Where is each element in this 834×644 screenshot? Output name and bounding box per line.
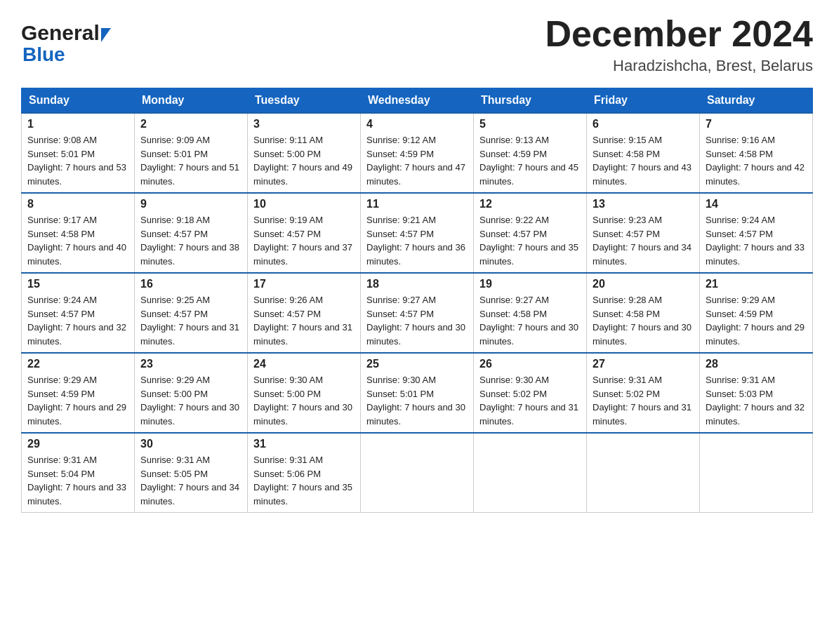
- day-info: Sunrise: 9:13 AMSunset: 4:59 PMDaylight:…: [479, 135, 578, 187]
- day-info: Sunrise: 9:25 AMSunset: 4:57 PMDaylight:…: [140, 295, 239, 347]
- day-number: 28: [706, 358, 807, 370]
- calendar-cell: 15 Sunrise: 9:24 AMSunset: 4:57 PMDaylig…: [22, 273, 135, 353]
- calendar-cell: 23 Sunrise: 9:29 AMSunset: 5:00 PMDaylig…: [135, 353, 248, 433]
- day-info: Sunrise: 9:11 AMSunset: 5:00 PMDaylight:…: [253, 135, 352, 187]
- day-number: 30: [140, 438, 241, 450]
- day-info: Sunrise: 9:29 AMSunset: 4:59 PMDaylight:…: [706, 295, 805, 347]
- day-info: Sunrise: 9:31 AMSunset: 5:03 PMDaylight:…: [706, 375, 805, 427]
- day-number: 25: [366, 358, 468, 370]
- day-info: Sunrise: 9:30 AMSunset: 5:02 PMDaylight:…: [479, 375, 578, 427]
- calendar-cell: 19 Sunrise: 9:27 AMSunset: 4:58 PMDaylig…: [474, 273, 587, 353]
- calendar-cell: 9 Sunrise: 9:18 AMSunset: 4:57 PMDayligh…: [135, 193, 248, 273]
- day-number: 20: [593, 278, 694, 290]
- day-info: Sunrise: 9:27 AMSunset: 4:58 PMDaylight:…: [479, 295, 578, 347]
- day-number: 2: [140, 118, 241, 130]
- day-info: Sunrise: 9:30 AMSunset: 5:00 PMDaylight:…: [253, 375, 352, 427]
- day-header-wednesday: Wednesday: [361, 88, 474, 114]
- day-number: 1: [27, 118, 128, 130]
- page-header: General Blue December 2024 Haradzishcha,…: [21, 14, 813, 75]
- day-info: Sunrise: 9:08 AMSunset: 5:01 PMDaylight:…: [27, 135, 126, 187]
- day-number: 24: [253, 358, 355, 370]
- calendar-cell: 25 Sunrise: 9:30 AMSunset: 5:01 PMDaylig…: [361, 353, 474, 433]
- day-number: 14: [706, 198, 807, 210]
- day-number: 12: [479, 198, 581, 210]
- calendar-cell: 18 Sunrise: 9:27 AMSunset: 4:57 PMDaylig…: [361, 273, 474, 353]
- calendar-cell: 8 Sunrise: 9:17 AMSunset: 4:58 PMDayligh…: [22, 193, 135, 273]
- calendar-cell: 14 Sunrise: 9:24 AMSunset: 4:57 PMDaylig…: [700, 193, 813, 273]
- day-header-thursday: Thursday: [474, 88, 587, 114]
- calendar-cell: 27 Sunrise: 9:31 AMSunset: 5:02 PMDaylig…: [587, 353, 700, 433]
- day-info: Sunrise: 9:24 AMSunset: 4:57 PMDaylight:…: [27, 295, 126, 347]
- calendar-cell: [587, 433, 700, 513]
- day-number: 26: [479, 358, 581, 370]
- month-title: December 2024: [545, 14, 813, 54]
- day-number: 8: [27, 198, 128, 210]
- calendar-cell: 4 Sunrise: 9:12 AMSunset: 4:59 PMDayligh…: [361, 113, 474, 193]
- day-info: Sunrise: 9:31 AMSunset: 5:02 PMDaylight:…: [593, 375, 691, 427]
- day-info: Sunrise: 9:23 AMSunset: 4:57 PMDaylight:…: [593, 215, 691, 267]
- day-header-saturday: Saturday: [700, 88, 813, 114]
- day-number: 11: [366, 198, 468, 210]
- calendar-cell: 6 Sunrise: 9:15 AMSunset: 4:58 PMDayligh…: [587, 113, 700, 193]
- day-info: Sunrise: 9:27 AMSunset: 4:57 PMDaylight:…: [366, 295, 465, 347]
- calendar-cell: 10 Sunrise: 9:19 AMSunset: 4:57 PMDaylig…: [248, 193, 361, 273]
- calendar-cell: 7 Sunrise: 9:16 AMSunset: 4:58 PMDayligh…: [700, 113, 813, 193]
- day-info: Sunrise: 9:19 AMSunset: 4:57 PMDaylight:…: [253, 215, 352, 267]
- week-row-3: 15 Sunrise: 9:24 AMSunset: 4:57 PMDaylig…: [22, 273, 813, 353]
- calendar-cell: 2 Sunrise: 9:09 AMSunset: 5:01 PMDayligh…: [135, 113, 248, 193]
- day-number: 16: [140, 278, 241, 290]
- day-info: Sunrise: 9:24 AMSunset: 4:57 PMDaylight:…: [706, 215, 805, 267]
- calendar-cell: [700, 433, 813, 513]
- day-info: Sunrise: 9:18 AMSunset: 4:57 PMDaylight:…: [140, 215, 239, 267]
- day-info: Sunrise: 9:31 AMSunset: 5:06 PMDaylight:…: [253, 455, 352, 507]
- week-row-5: 29 Sunrise: 9:31 AMSunset: 5:04 PMDaylig…: [22, 433, 813, 513]
- calendar-cell: 17 Sunrise: 9:26 AMSunset: 4:57 PMDaylig…: [248, 273, 361, 353]
- day-header-row: SundayMondayTuesdayWednesdayThursdayFrid…: [22, 88, 813, 114]
- calendar-cell: 12 Sunrise: 9:22 AMSunset: 4:57 PMDaylig…: [474, 193, 587, 273]
- day-info: Sunrise: 9:29 AMSunset: 5:00 PMDaylight:…: [140, 375, 239, 427]
- week-row-2: 8 Sunrise: 9:17 AMSunset: 4:58 PMDayligh…: [22, 193, 813, 273]
- calendar-cell: 29 Sunrise: 9:31 AMSunset: 5:04 PMDaylig…: [22, 433, 135, 513]
- day-number: 10: [253, 198, 355, 210]
- day-number: 19: [479, 278, 581, 290]
- calendar-cell: 31 Sunrise: 9:31 AMSunset: 5:06 PMDaylig…: [248, 433, 361, 513]
- day-info: Sunrise: 9:26 AMSunset: 4:57 PMDaylight:…: [253, 295, 352, 347]
- day-number: 4: [366, 118, 468, 130]
- calendar-table: SundayMondayTuesdayWednesdayThursdayFrid…: [21, 88, 813, 513]
- day-header-monday: Monday: [135, 88, 248, 114]
- week-row-1: 1 Sunrise: 9:08 AMSunset: 5:01 PMDayligh…: [22, 113, 813, 193]
- day-info: Sunrise: 9:30 AMSunset: 5:01 PMDaylight:…: [366, 375, 465, 427]
- day-info: Sunrise: 9:17 AMSunset: 4:58 PMDaylight:…: [27, 215, 126, 267]
- calendar-cell: 20 Sunrise: 9:28 AMSunset: 4:58 PMDaylig…: [587, 273, 700, 353]
- day-header-sunday: Sunday: [22, 88, 135, 114]
- calendar-cell: 28 Sunrise: 9:31 AMSunset: 5:03 PMDaylig…: [700, 353, 813, 433]
- day-number: 17: [253, 278, 355, 290]
- calendar-cell: 11 Sunrise: 9:21 AMSunset: 4:57 PMDaylig…: [361, 193, 474, 273]
- location-title: Haradzishcha, Brest, Belarus: [545, 57, 813, 75]
- day-info: Sunrise: 9:22 AMSunset: 4:57 PMDaylight:…: [479, 215, 578, 267]
- logo-triangle-icon: [101, 28, 111, 42]
- week-row-4: 22 Sunrise: 9:29 AMSunset: 4:59 PMDaylig…: [22, 353, 813, 433]
- day-info: Sunrise: 9:09 AMSunset: 5:01 PMDaylight:…: [140, 135, 239, 187]
- day-number: 21: [706, 278, 807, 290]
- calendar-cell: 16 Sunrise: 9:25 AMSunset: 4:57 PMDaylig…: [135, 273, 248, 353]
- day-number: 6: [593, 118, 694, 130]
- calendar-cell: 1 Sunrise: 9:08 AMSunset: 5:01 PMDayligh…: [22, 113, 135, 193]
- day-info: Sunrise: 9:15 AMSunset: 4:58 PMDaylight:…: [593, 135, 691, 187]
- calendar-cell: [474, 433, 587, 513]
- day-info: Sunrise: 9:21 AMSunset: 4:57 PMDaylight:…: [366, 215, 465, 267]
- calendar-cell: 22 Sunrise: 9:29 AMSunset: 4:59 PMDaylig…: [22, 353, 135, 433]
- day-info: Sunrise: 9:31 AMSunset: 5:04 PMDaylight:…: [27, 455, 126, 507]
- day-header-friday: Friday: [587, 88, 700, 114]
- title-area: December 2024 Haradzishcha, Brest, Belar…: [545, 14, 813, 75]
- logo-general-text: General: [21, 21, 100, 45]
- day-info: Sunrise: 9:29 AMSunset: 4:59 PMDaylight:…: [27, 375, 126, 427]
- calendar-cell: 5 Sunrise: 9:13 AMSunset: 4:59 PMDayligh…: [474, 113, 587, 193]
- day-number: 18: [366, 278, 468, 290]
- day-number: 7: [706, 118, 807, 130]
- logo: General Blue: [21, 21, 111, 66]
- day-number: 3: [253, 118, 355, 130]
- day-number: 29: [27, 438, 128, 450]
- day-number: 5: [479, 118, 581, 130]
- day-number: 15: [27, 278, 128, 290]
